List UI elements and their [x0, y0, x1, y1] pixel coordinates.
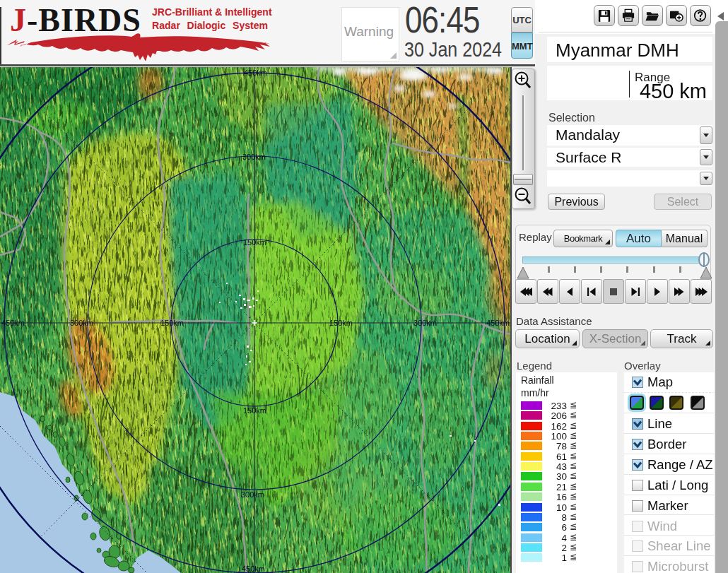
svg-text:300km: 300km — [413, 319, 437, 327]
svg-text:150km: 150km — [160, 319, 184, 327]
svg-text:300km: 300km — [242, 153, 266, 161]
svg-text:450km: 450km — [242, 565, 265, 573]
svg-text:300km: 300km — [241, 490, 264, 499]
svg-text:150km: 150km — [243, 238, 266, 247]
svg-text:450km: 450km — [1, 319, 25, 327]
svg-text:150km: 150km — [329, 319, 353, 327]
svg-text:150km: 150km — [243, 406, 266, 415]
svg-text:300km: 300km — [70, 319, 93, 327]
svg-text:450km: 450km — [244, 69, 267, 77]
svg-text:450km: 450km — [486, 319, 510, 327]
